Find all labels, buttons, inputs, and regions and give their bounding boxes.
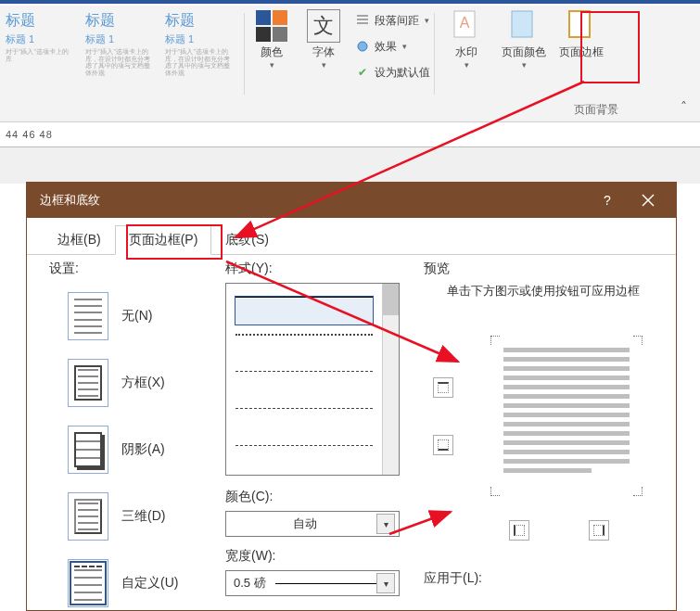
tab-borders[interactable]: 边框(B) bbox=[44, 225, 115, 255]
edge-left-button[interactable] bbox=[509, 520, 529, 541]
style-scrollbar[interactable] bbox=[382, 284, 399, 475]
style-option-dashed[interactable] bbox=[235, 371, 373, 399]
style-list[interactable] bbox=[225, 283, 400, 476]
page-border-label: 页面边框 bbox=[559, 45, 604, 60]
preview-label: 预览 bbox=[424, 261, 663, 277]
chevron-down-icon: ▾ bbox=[270, 60, 274, 70]
chevron-down-icon: ▾ bbox=[322, 60, 326, 70]
help-button[interactable]: ? bbox=[587, 183, 628, 218]
tab-page-border[interactable]: 页面边框(P) bbox=[115, 225, 212, 255]
setting-3d[interactable]: 三维(D) bbox=[68, 483, 216, 550]
setting-none-thumb bbox=[68, 292, 108, 340]
style-sample: 对于"插入"选项卡上的库，在设计时都充分考虑了其中的项与文档整体外观 bbox=[165, 48, 234, 77]
setting-custom[interactable]: 自定义(U) bbox=[68, 550, 216, 611]
dialog-titlebar[interactable]: 边框和底纹 ? bbox=[27, 183, 676, 218]
style-title: 标题 bbox=[165, 11, 234, 31]
page-color-button[interactable]: 页面颜色 ▾ bbox=[498, 9, 550, 98]
effects-button[interactable]: 效果 ▾ bbox=[354, 35, 430, 57]
style-option-dashed2[interactable] bbox=[235, 408, 373, 436]
width-label: 宽度(W): bbox=[225, 548, 411, 565]
setting-none[interactable]: 无(N) bbox=[68, 283, 216, 350]
style-sample: 对于"插入"选项卡上的库，在设计时都充分考虑了其中的项与文档整体外观 bbox=[85, 48, 154, 77]
color-dropdown-button[interactable]: ▾ bbox=[376, 514, 395, 534]
style-sample: 对于"插入"选项卡上的库 bbox=[6, 48, 74, 62]
setting-3d-label: 三维(D) bbox=[121, 508, 165, 525]
setting-box-label: 方框(X) bbox=[121, 375, 165, 391]
style-thumb[interactable]: 标题 标题 1 对于"插入"选项卡上的库，在设计时都充分考虑了其中的项与文档整体… bbox=[80, 7, 159, 93]
set-default-button[interactable]: ✔ 设为默认值 bbox=[354, 61, 430, 83]
effects-icon bbox=[354, 38, 371, 55]
style-subtitle: 标题 1 bbox=[85, 32, 154, 46]
svg-rect-2 bbox=[256, 27, 271, 42]
check-icon: ✔ bbox=[354, 64, 371, 81]
page-color-icon bbox=[508, 9, 540, 41]
width-dropdown[interactable]: 0.5 磅 ▾ bbox=[225, 570, 400, 596]
document-area bbox=[0, 146, 700, 184]
svg-rect-1 bbox=[273, 10, 287, 25]
color-value: 自动 bbox=[234, 516, 376, 532]
page-background-group: A 水印 ▾ 页面颜色 ▾ 页面边框 bbox=[435, 6, 613, 98]
watermark-icon: A bbox=[451, 9, 482, 41]
chevron-down-icon: ▾ bbox=[425, 16, 429, 25]
close-button[interactable] bbox=[628, 183, 668, 218]
setting-custom-label: 自定义(U) bbox=[121, 575, 178, 592]
svg-text:A: A bbox=[460, 15, 470, 31]
scrollbar-thumb[interactable] bbox=[383, 284, 399, 315]
style-title: 标题 bbox=[6, 11, 74, 31]
paragraph-spacing-icon bbox=[354, 12, 371, 29]
paragraph-spacing-button[interactable]: 段落间距 ▾ bbox=[354, 9, 430, 32]
fonts-button[interactable]: 文 字体 ▾ bbox=[302, 9, 345, 95]
preview-hint: 单击下方图示或使用按钮可应用边框 bbox=[442, 283, 644, 299]
settings-label: 设置: bbox=[49, 261, 216, 277]
svg-rect-3 bbox=[273, 27, 287, 42]
setting-box-thumb bbox=[68, 359, 108, 407]
setting-custom-thumb bbox=[68, 559, 108, 607]
paragraph-spacing-label: 段落间距 bbox=[375, 13, 419, 29]
preview-corner bbox=[633, 336, 643, 345]
style-thumb[interactable]: 标题 标题 1 对于"插入"选项卡上的库 bbox=[0, 7, 80, 93]
color-label: 颜色(C): bbox=[225, 489, 411, 505]
svg-point-7 bbox=[358, 42, 367, 51]
collapse-ribbon-button[interactable]: ˄ bbox=[681, 99, 687, 114]
close-icon bbox=[642, 194, 655, 207]
tab-shading[interactable]: 底纹(S) bbox=[211, 225, 283, 255]
setting-shadow-thumb bbox=[68, 426, 108, 474]
apply-to-label: 应用于(L): bbox=[424, 570, 482, 587]
preview-corner bbox=[633, 487, 643, 496]
dialog-tabs: 边框(B) 页面边框(P) 底纹(S) bbox=[27, 218, 676, 255]
setting-shadow[interactable]: 阴影(A) bbox=[68, 416, 216, 483]
preview-canvas[interactable] bbox=[424, 331, 663, 572]
setting-3d-thumb bbox=[68, 492, 108, 541]
style-option-dashdot[interactable] bbox=[235, 445, 373, 473]
ruler-numbers: 44 46 48 bbox=[6, 129, 53, 140]
style-subtitle: 标题 1 bbox=[6, 32, 74, 46]
watermark-label: 水印 bbox=[455, 45, 477, 60]
page-color-label: 页面颜色 bbox=[502, 45, 546, 60]
setting-box[interactable]: 方框(X) bbox=[68, 350, 216, 416]
preview-corner bbox=[490, 336, 500, 345]
fonts-icon: 文 bbox=[307, 9, 340, 43]
watermark-button[interactable]: A 水印 ▾ bbox=[440, 9, 492, 98]
fonts-label: 字体 bbox=[312, 45, 335, 60]
page-border-button[interactable]: 页面边框 bbox=[555, 9, 607, 98]
width-dropdown-button[interactable]: ▾ bbox=[376, 573, 395, 593]
effects-label: 效果 bbox=[375, 39, 397, 55]
style-option-solid[interactable] bbox=[235, 297, 373, 325]
edge-right-button[interactable] bbox=[589, 520, 609, 541]
page-border-icon bbox=[566, 9, 597, 41]
edge-bottom-button[interactable] bbox=[433, 435, 453, 455]
style-option-dotted[interactable] bbox=[235, 334, 373, 362]
page-background-group-label: 页面背景 bbox=[528, 102, 663, 118]
styles-gallery[interactable]: 标题 标题 1 对于"插入"选项卡上的库 标题 标题 1 对于"插入"选项卡上的… bbox=[0, 6, 244, 98]
width-value: 0.5 磅 bbox=[234, 575, 376, 592]
svg-rect-10 bbox=[512, 11, 532, 37]
edge-top-button[interactable] bbox=[433, 377, 453, 398]
chevron-down-icon: ▾ bbox=[402, 42, 407, 51]
style-label: 样式(Y): bbox=[225, 261, 411, 277]
style-thumb[interactable]: 标题 标题 1 对于"插入"选项卡上的库，在设计时都充分考虑了其中的项与文档整体… bbox=[159, 7, 239, 93]
chevron-down-icon: ▾ bbox=[465, 60, 469, 70]
setting-none-label: 无(N) bbox=[121, 308, 152, 325]
setting-shadow-label: 阴影(A) bbox=[121, 441, 165, 458]
colors-button[interactable]: 颜色 ▾ bbox=[250, 9, 293, 95]
color-dropdown[interactable]: 自动 ▾ bbox=[225, 511, 400, 537]
